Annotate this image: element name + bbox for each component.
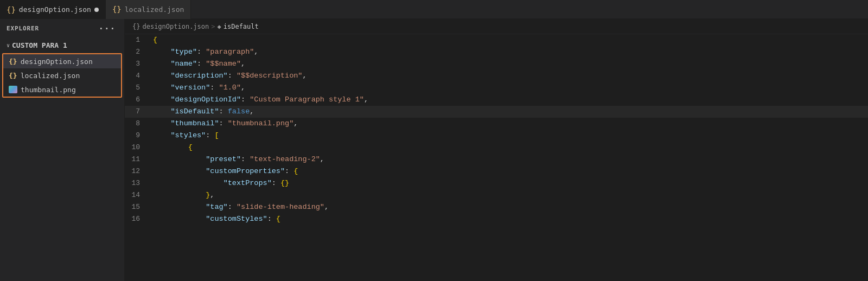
tab-bar: {} designOption.json {} localized.json	[0, 0, 868, 19]
code-line-16: 16 "customStyles": {	[125, 213, 868, 225]
sidebar: Explorer ··· ∨ CUSTOM PARA 1 {} designOp…	[0, 19, 125, 281]
code-line-1: 1 {	[125, 34, 868, 46]
file-group: {} designOption.json {} localized.json t…	[2, 53, 122, 98]
line-num-14: 14	[125, 190, 151, 201]
tab-json-icon-2: {}	[112, 5, 122, 14]
png-icon-thumbnail	[9, 86, 17, 93]
line-num-1: 1	[125, 35, 151, 46]
line-num-8: 8	[125, 118, 151, 130]
line-content-9: "styles": [	[151, 130, 868, 142]
line-content-12: "customProperties": {	[151, 165, 868, 177]
line-num-15: 15	[125, 202, 151, 213]
file-label-designOption: designOption.json	[21, 58, 93, 66]
line-content-4: "description": "$$description",	[151, 70, 868, 82]
line-num-16: 16	[125, 214, 151, 225]
json-icon-localized: {}	[9, 72, 17, 80]
code-line-13: 13 "textProps": {}	[125, 177, 868, 189]
line-num-10: 10	[125, 142, 151, 154]
breadcrumb-file[interactable]: designOption.json	[142, 23, 209, 30]
line-content-14: },	[151, 189, 868, 201]
line-content-11: "preset": "text-heading-2",	[151, 154, 868, 165]
line-num-4: 4	[125, 71, 151, 82]
code-line-15: 15 "tag": "slide-item-heading",	[125, 201, 868, 213]
line-content-5: "version": "1.0",	[151, 82, 868, 94]
line-num-12: 12	[125, 166, 151, 177]
folder-name: CUSTOM PARA 1	[12, 41, 67, 49]
breadcrumb-icon-1: {}	[132, 23, 140, 30]
sidebar-header: Explorer ···	[0, 19, 124, 38]
code-line-12: 12 "customProperties": {	[125, 165, 868, 177]
code-line-3: 3 "name": "$$name",	[125, 58, 868, 70]
breadcrumb-property[interactable]: isDefault	[224, 23, 259, 30]
line-content-2: "type": "paragraph",	[151, 46, 868, 58]
json-icon-designOption: {}	[9, 58, 17, 66]
line-num-7: 7	[125, 106, 151, 118]
sidebar-more-button[interactable]: ···	[96, 22, 118, 35]
code-line-7: 7 "isDefault": false,	[125, 106, 868, 118]
code-line-14: 14 },	[125, 189, 868, 201]
folder-chevron-icon: ∨	[7, 42, 10, 48]
line-num-11: 11	[125, 154, 151, 165]
tab-designOption[interactable]: {} designOption.json	[0, 0, 106, 19]
file-label-localized: localized.json	[21, 72, 80, 80]
code-line-11: 11 "preset": "text-heading-2",	[125, 154, 868, 165]
code-line-4: 4 "description": "$$description",	[125, 70, 868, 82]
code-line-9: 9 "styles": [	[125, 130, 868, 142]
line-num-2: 2	[125, 47, 151, 58]
line-num-13: 13	[125, 178, 151, 189]
tab-modified-dot-1	[94, 8, 99, 12]
breadcrumb-icon-2: ◆	[218, 23, 221, 30]
file-item-designOption[interactable]: {} designOption.json	[3, 54, 121, 68]
file-item-localized[interactable]: {} localized.json	[3, 68, 121, 82]
line-num-3: 3	[125, 59, 151, 70]
explorer-title: Explorer	[7, 25, 39, 32]
line-content-3: "name": "$$name",	[151, 58, 868, 70]
main-layout: Explorer ··· ∨ CUSTOM PARA 1 {} designOp…	[0, 19, 868, 281]
line-num-5: 5	[125, 82, 151, 94]
breadcrumb: {} designOption.json > ◆ isDefault	[125, 19, 868, 34]
line-content-15: "tag": "slide-item-heading",	[151, 201, 868, 213]
line-content-6: "designOptionId": "Custom Paragraph styl…	[151, 94, 868, 106]
line-content-1: {	[151, 34, 868, 46]
folder-custom-para-1[interactable]: ∨ CUSTOM PARA 1	[0, 38, 124, 52]
breadcrumb-sep: >	[211, 23, 215, 30]
line-num-6: 6	[125, 94, 151, 106]
line-num-9: 9	[125, 130, 151, 142]
tab-localized[interactable]: {} localized.json	[106, 0, 191, 19]
code-line-2: 2 "type": "paragraph",	[125, 46, 868, 58]
editor-panel: {} designOption.json > ◆ isDefault 1 { 2…	[125, 19, 868, 281]
code-line-6: 6 "designOptionId": "Custom Paragraph st…	[125, 94, 868, 106]
tab-json-icon-1: {}	[7, 5, 16, 14]
line-content-16: "customStyles": {	[151, 213, 868, 225]
code-editor[interactable]: 1 { 2 "type": "paragraph", 3 "name": "$$…	[125, 34, 868, 281]
line-content-7: "isDefault": false,	[151, 106, 868, 118]
file-item-thumbnail[interactable]: thumbnail.png	[3, 82, 121, 97]
line-content-10: {	[151, 142, 868, 154]
code-line-5: 5 "version": "1.0",	[125, 82, 868, 94]
tab-label-2: localized.json	[125, 5, 184, 14]
line-content-13: "textProps": {}	[151, 177, 868, 189]
file-label-thumbnail: thumbnail.png	[21, 86, 76, 94]
line-content-8: "thumbnail": "thumbnail.png",	[151, 118, 868, 130]
code-line-8: 8 "thumbnail": "thumbnail.png",	[125, 118, 868, 130]
code-line-10: 10 {	[125, 142, 868, 154]
tab-label-1: designOption.json	[19, 5, 91, 14]
